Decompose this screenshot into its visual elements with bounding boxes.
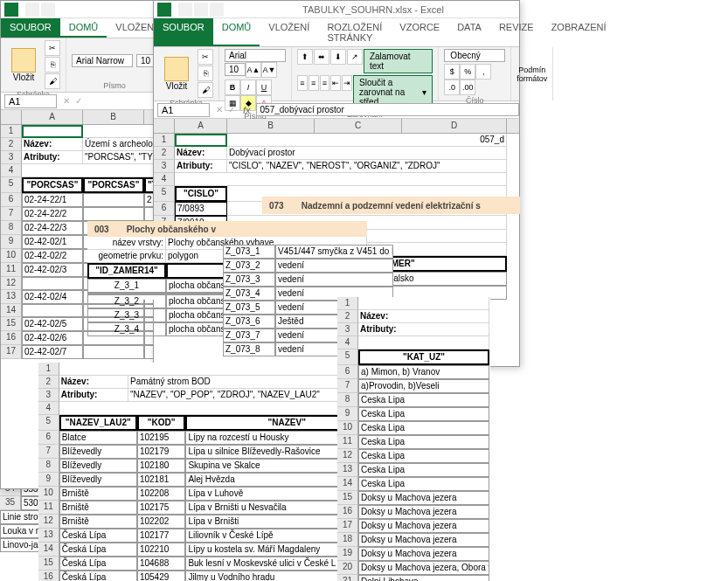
fx-icon[interactable]: fx [238, 105, 256, 115]
row-header[interactable]: 12 [38, 515, 59, 529]
cell[interactable]: Blíževedly [59, 473, 137, 487]
cell[interactable]: 102210 [137, 543, 185, 557]
row-header[interactable]: 17 [1, 345, 22, 359]
cut-icon[interactable]: ✂ [45, 40, 60, 56]
row-header[interactable]: 5 [154, 186, 175, 202]
cell[interactable]: Česká Lípa [59, 529, 137, 543]
row-header[interactable]: 8 [337, 393, 358, 407]
column-header[interactable]: "PORCSAS" [83, 177, 144, 193]
cell[interactable]: Z_3_4 [87, 322, 166, 336]
cell[interactable]: Z_073_6 [223, 315, 275, 329]
row-header[interactable]: 4 [1, 164, 22, 177]
row-header[interactable]: 5 [1, 177, 22, 193]
align-center-icon[interactable]: ≡ [309, 75, 319, 91]
increase-font-icon[interactable]: A▲ [246, 62, 261, 78]
cell[interactable]: Brniště [59, 501, 137, 515]
row-header[interactable]: 12 [337, 449, 358, 463]
select-all-corner[interactable] [1, 110, 22, 124]
row-header[interactable]: 11 [1, 263, 22, 277]
cell-label[interactable]: Název: [358, 310, 489, 323]
row-header[interactable]: 16 [337, 505, 358, 519]
cell[interactable] [22, 164, 170, 177]
paste-button[interactable]: Vložit [159, 57, 194, 91]
cell[interactable]: 104688 [137, 557, 185, 571]
cell[interactable]: Ceska Lipa [358, 435, 489, 449]
cell[interactable]: a) Mimon, b) Vranov [358, 365, 489, 379]
cancel-icon[interactable]: ✕ [213, 105, 225, 114]
row-header[interactable]: 19 [337, 547, 358, 561]
cell[interactable]: 02-24-22/3 [22, 221, 83, 235]
row-header[interactable]: 14 [337, 477, 358, 491]
name-box[interactable] [157, 103, 210, 117]
cell[interactable]: Z_073_1 [223, 245, 275, 259]
column-header[interactable]: "PORCSAS" [22, 177, 83, 193]
cell[interactable]: Ceska Lipa [358, 449, 489, 463]
cell[interactable]: Z_073_4 [223, 287, 275, 301]
align-middle-icon[interactable]: ⬌ [314, 49, 329, 65]
select-all-corner[interactable] [154, 119, 175, 133]
row-header[interactable]: 1 [38, 363, 59, 376]
row-header[interactable]: 15 [1, 317, 22, 331]
cell-label[interactable]: Název: [175, 147, 227, 160]
cell[interactable]: Česká Lípa [59, 571, 137, 581]
italic-button[interactable]: I [240, 80, 256, 95]
copy-icon[interactable]: ⎘ [45, 57, 60, 73]
row-header[interactable]: 7 [337, 379, 358, 393]
column-header[interactable]: "CISLO" [175, 186, 227, 202]
cell[interactable]: 7/0893 [175, 202, 227, 216]
check-icon[interactable]: ✓ [225, 105, 238, 114]
cancel-icon[interactable]: ✕ [60, 96, 73, 106]
cell[interactable]: 02-24-22/2 [22, 207, 83, 221]
cell-label[interactable]: Atributy: [22, 151, 83, 164]
underline-button[interactable]: U [256, 80, 272, 95]
row-header[interactable]: 2 [38, 376, 59, 389]
orientation-icon[interactable]: ↗ [347, 49, 363, 65]
cell[interactable]: 02-42-02/3 [22, 263, 83, 277]
row-header[interactable]: 9 [337, 407, 358, 421]
cell[interactable]: Doksy u Machova jezera [358, 533, 489, 547]
row-header[interactable]: 3 [38, 389, 59, 402]
cell[interactable] [358, 297, 489, 310]
cell[interactable]: Blíževedly [59, 445, 137, 459]
row-header[interactable]: 2 [1, 138, 22, 151]
format-painter-icon[interactable]: 🖌 [198, 82, 213, 98]
row-header[interactable]: 4 [38, 402, 59, 415]
cell[interactable]: Dolni Libchava [358, 575, 489, 581]
tab-file[interactable]: SOUBOR [1, 18, 60, 38]
row-header[interactable]: 6 [38, 431, 59, 445]
cell[interactable]: Ceska Lipa [358, 477, 489, 491]
cell[interactable] [83, 345, 144, 359]
name-box[interactable] [4, 94, 57, 108]
cell-label[interactable]: geometrie prvku: [87, 250, 166, 263]
copy-icon[interactable]: ⎘ [198, 66, 213, 81]
cell[interactable] [22, 277, 83, 290]
row-header[interactable]: 16 [38, 571, 59, 581]
column-header[interactable]: "KOD" [137, 415, 186, 431]
row-header[interactable]: 6 [337, 365, 358, 379]
cell[interactable] [175, 173, 507, 186]
row-header[interactable]: 3 [1, 151, 22, 164]
cell[interactable]: Brniště [59, 515, 137, 529]
row-header[interactable]: 20 [337, 561, 358, 575]
cell[interactable]: 102208 [137, 487, 185, 501]
tab-home[interactable]: DOMŮ [213, 18, 260, 46]
row-header[interactable]: 9 [38, 473, 59, 487]
cut-icon[interactable]: ✂ [198, 49, 213, 65]
cell[interactable]: 02-42-02/4 [22, 290, 83, 304]
cell[interactable]: 02-24-22/1 [22, 193, 83, 207]
cell[interactable]: 102195 [137, 431, 185, 445]
comma-icon[interactable]: , [475, 64, 491, 80]
bold-button[interactable]: B [225, 80, 240, 95]
cell[interactable]: Doksy u Machova jezera, Obora v Podb [358, 561, 489, 575]
row-header[interactable]: 11 [38, 501, 59, 515]
row-header[interactable]: 15 [38, 557, 59, 571]
cell[interactable]: 02-42-02/5 [22, 317, 83, 331]
row-header[interactable]: 4 [154, 173, 175, 186]
cell[interactable]: V451/447 smyčka z V451 do R Ralsko [275, 245, 393, 259]
cell[interactable]: Doksy u Machova jezera [358, 491, 489, 505]
decrease-font-icon[interactable]: A▼ [261, 62, 277, 78]
row-header[interactable]: 13 [38, 529, 59, 543]
save-icon[interactable] [178, 3, 192, 17]
cell[interactable]: Z_3_1 [87, 279, 166, 293]
cell[interactable]: Z_073_3 [223, 273, 275, 287]
